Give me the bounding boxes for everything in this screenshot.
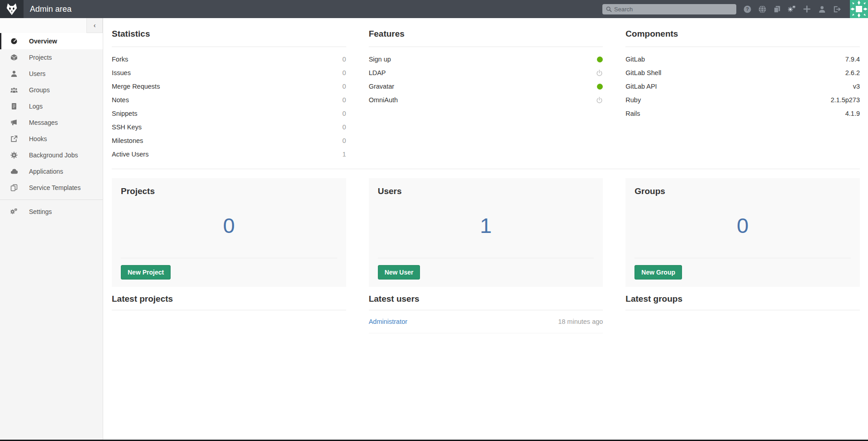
section-divider <box>112 169 860 169</box>
stat-row: Snippets0 <box>112 107 346 120</box>
dashboard-icon <box>10 38 18 45</box>
sidebar-item-background-jobs[interactable]: Background Jobs <box>0 147 103 163</box>
fox-logo-icon <box>5 2 19 16</box>
user-link[interactable]: Administrator <box>369 318 407 325</box>
admin-gears-icon[interactable] <box>788 5 796 13</box>
sidebar-item-label: Groups <box>29 86 50 94</box>
sidebar-item-applications[interactable]: Applications <box>0 163 103 180</box>
features-section: Features Sign up LDAP Gravatar OmniAuth <box>369 18 603 161</box>
feature-label: OmniAuth <box>369 96 398 104</box>
feature-enabled-icon <box>597 57 603 62</box>
users-count: 1 <box>378 196 594 258</box>
card-title: Users <box>378 186 594 196</box>
cube-icon <box>10 54 18 61</box>
stat-label: Forks <box>112 56 128 63</box>
new-project-button[interactable]: New Project <box>121 265 171 280</box>
sidebar-item-label: Projects <box>29 54 52 61</box>
feature-enabled-icon <box>597 84 603 90</box>
component-value: v3 <box>853 83 860 90</box>
feature-row: LDAP <box>369 66 603 80</box>
latest-groups-section: Latest groups <box>625 287 860 333</box>
sidebar-item-logs[interactable]: Logs <box>0 98 103 114</box>
identicon-image <box>850 0 868 18</box>
stat-row: Issues0 <box>112 66 346 80</box>
component-value: 7.9.4 <box>845 56 860 63</box>
sidebar-item-label: Settings <box>29 208 52 215</box>
avatar[interactable] <box>850 0 868 18</box>
svg-text:?: ? <box>746 6 749 12</box>
stat-row: SSH Keys0 <box>112 120 346 134</box>
component-value: 2.6.2 <box>845 69 860 76</box>
sign-out-icon[interactable] <box>833 5 841 13</box>
gitlab-logo[interactable] <box>0 0 24 18</box>
sidebar-item-hooks[interactable]: Hooks <box>0 131 103 147</box>
component-value: 4.1.9 <box>845 110 860 117</box>
sidebar-item-overview[interactable]: Overview <box>0 33 103 49</box>
component-row: GitLab Shell2.6.2 <box>625 66 860 80</box>
component-label: GitLab API <box>625 83 657 90</box>
stat-value: 0 <box>343 69 346 76</box>
component-label: Ruby <box>625 96 641 104</box>
collapse-sidebar-button[interactable]: ‹ <box>86 18 103 33</box>
profile-icon[interactable] <box>818 5 826 13</box>
statistics-section: Statistics Forks0 Issues0 Merge Requests… <box>112 18 346 161</box>
sidebar-item-settings[interactable]: Settings <box>0 204 103 220</box>
stat-value: 0 <box>343 56 346 63</box>
new-group-button[interactable]: New Group <box>634 265 682 280</box>
new-user-button[interactable]: New User <box>378 265 420 280</box>
sidebar-item-label: Users <box>29 70 46 77</box>
card-title: Projects <box>121 186 337 196</box>
external-link-icon <box>10 135 18 142</box>
globe-icon[interactable] <box>758 5 766 13</box>
sidebar-collapse-row: ‹ <box>0 18 103 33</box>
statistics-title: Statistics <box>112 18 346 47</box>
sidebar-item-label: Hooks <box>29 135 47 142</box>
sidebar-divider <box>0 199 103 200</box>
sidebar-item-users[interactable]: Users <box>0 66 103 82</box>
sidebar-item-groups[interactable]: Groups <box>0 82 103 98</box>
latest-projects-section: Latest projects <box>112 287 346 333</box>
sidebar-item-messages[interactable]: Messages <box>0 114 103 131</box>
feature-row: Gravatar <box>369 80 603 93</box>
file-text-icon <box>10 103 18 110</box>
stat-row: Forks0 <box>112 52 346 66</box>
stat-label: SSH Keys <box>112 123 142 131</box>
new-project-icon[interactable] <box>803 5 811 13</box>
counter-cards: Projects 0 New Project Users 1 New User … <box>112 178 860 287</box>
gears-icon <box>10 208 18 215</box>
help-icon[interactable]: ? <box>743 5 751 13</box>
stat-row: Merge Requests0 <box>112 80 346 93</box>
component-value: 2.1.5p273 <box>830 96 860 104</box>
components-title: Components <box>625 18 860 47</box>
stat-value: 0 <box>343 110 346 117</box>
stat-row: Notes0 <box>112 93 346 107</box>
sidebar-item-label: Background Jobs <box>29 152 78 159</box>
feature-disabled-icon <box>596 70 603 76</box>
stat-value: 0 <box>343 96 346 104</box>
latest-groups-title: Latest groups <box>625 287 860 310</box>
sidebar-item-label: Messages <box>29 119 58 126</box>
stat-label: Snippets <box>112 110 137 117</box>
sidebar: ‹ Overview Projects Users Groups Logs Me… <box>0 18 103 441</box>
feature-label: Sign up <box>369 56 391 63</box>
users-counter-card: Users 1 New User <box>369 178 603 287</box>
stat-label: Issues <box>112 69 131 76</box>
user-created-time: 18 minutes ago <box>558 318 603 325</box>
cloud-icon <box>10 168 18 175</box>
copy-files-icon[interactable] <box>773 5 781 13</box>
info-sections: Statistics Forks0 Issues0 Merge Requests… <box>112 18 860 161</box>
search-input[interactable] <box>602 4 736 14</box>
header-actions: ? <box>602 0 868 18</box>
stat-label: Merge Requests <box>112 83 160 90</box>
stat-value: 0 <box>343 123 346 131</box>
copy-icon <box>10 184 18 191</box>
features-title: Features <box>369 18 603 47</box>
page-title: Admin area <box>30 5 72 14</box>
latest-projects-title: Latest projects <box>112 287 346 310</box>
groups-counter-card: Groups 0 New Group <box>625 178 860 287</box>
card-title: Groups <box>634 186 851 196</box>
sidebar-item-label: Service Templates <box>29 184 81 191</box>
sidebar-item-projects[interactable]: Projects <box>0 49 103 66</box>
sidebar-item-service-templates[interactable]: Service Templates <box>0 180 103 196</box>
gear-icon <box>10 152 18 159</box>
